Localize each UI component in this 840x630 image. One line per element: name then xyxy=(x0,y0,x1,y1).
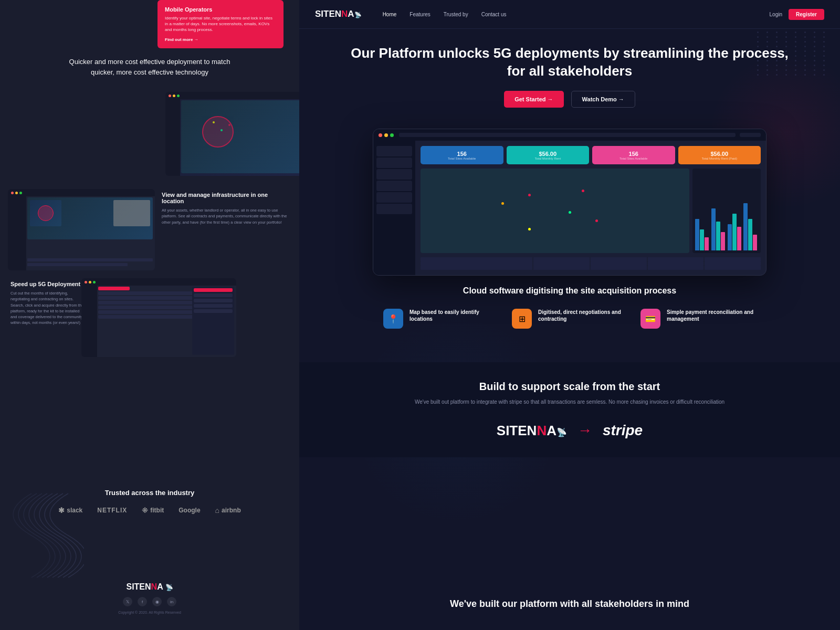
section2-screenshot xyxy=(8,189,155,270)
watch-demo-button[interactable]: Watch Demo → xyxy=(571,91,635,108)
section3-screenshot xyxy=(81,278,236,357)
mobile-card-body: Identify your optimal site, negotiate te… xyxy=(165,15,276,33)
dash-sidebar-item xyxy=(376,146,412,156)
feature-payment-icon: 💳 xyxy=(640,309,660,329)
stat-total-sites: 156 Total Sites Available xyxy=(421,146,503,164)
dashboard-laptop-frame: 156 Total Sites Available $56.00 Total M… xyxy=(373,129,766,276)
map-dot xyxy=(595,219,598,222)
dash-sidebar-item xyxy=(376,158,412,168)
stat-paid: $56.00 Total Monthly Rent (Paid) xyxy=(678,146,761,164)
feature-negotiations-icon: ⊞ xyxy=(512,309,532,329)
feature-map-icon: 📍 xyxy=(383,309,403,329)
features-row: 📍 Map based to easily identify locations… xyxy=(315,309,824,329)
map-dot xyxy=(528,194,531,196)
chart-bar xyxy=(743,203,748,250)
feature-map-title: Map based to easily identify locations xyxy=(410,309,499,322)
get-started-button[interactable]: Get Started → xyxy=(504,91,563,108)
section2-text: View and manage infrastructure in one lo… xyxy=(162,192,288,225)
chart-bar-group xyxy=(743,203,758,250)
feature-map: 📍 Map based to easily identify locations xyxy=(383,309,499,329)
dash-table-row xyxy=(421,261,761,266)
mobile-card-link[interactable]: Find out more → xyxy=(165,37,276,42)
chart-bar-group xyxy=(728,214,742,250)
social-facebook[interactable]: f xyxy=(138,597,147,606)
map-dot xyxy=(528,228,531,230)
register-button[interactable]: Register xyxy=(789,9,824,20)
chart-bar xyxy=(748,219,752,250)
dash-sidebar-item xyxy=(376,181,412,191)
feature-payment-title: Simple payment reconciliation and manage… xyxy=(667,309,756,322)
section-reduces: Reduces cost of acquiring telecom sites … xyxy=(0,92,299,189)
navbar: SITENNA📡 Home Features Trusted by Contac… xyxy=(299,0,840,29)
dash-table-row xyxy=(421,266,761,270)
dash-sidebar-item xyxy=(376,204,412,214)
dash-chart xyxy=(692,169,761,253)
scale-description: We've built out platform to integrate wi… xyxy=(315,398,824,406)
chart-bar xyxy=(737,227,741,250)
dash-map-row xyxy=(421,169,761,253)
social-instagram[interactable]: ◉ xyxy=(152,597,162,606)
nav-contact[interactable]: Contact us xyxy=(481,12,507,17)
stat-sites-count: 156 Total Sites Available xyxy=(592,146,675,164)
feature-negotiations: ⊞ Digitised, direct negotiations and con… xyxy=(512,309,627,329)
logo-airbnb: ⌂ airbnb xyxy=(215,506,241,514)
mobile-card-title: Mobile Operators xyxy=(165,6,276,13)
chart-bar xyxy=(711,208,716,250)
nav-trusted[interactable]: Trusted by xyxy=(444,12,468,17)
feature-negotiations-title: Digitised, direct negotiations and contr… xyxy=(538,309,627,322)
chart-bar xyxy=(700,229,704,250)
map-dot xyxy=(569,211,571,214)
dash-table-row xyxy=(421,257,761,261)
quicker-text: Quicker and more cost effective deployme… xyxy=(60,57,239,77)
feature-negotiations-text: Digitised, direct negotiations and contr… xyxy=(538,309,627,324)
footer-copyright: Copyright © 2020. All Rights Reserved xyxy=(0,611,299,614)
map-dot xyxy=(582,190,584,192)
section3-title: Speed up 5G Deployment xyxy=(10,281,84,287)
section3-text: Speed up 5G Deployment Cut out the month… xyxy=(10,281,84,326)
social-linkedin[interactable]: in xyxy=(167,597,176,606)
nav-links: Home Features Trusted by Contact us xyxy=(383,12,770,17)
nav-actions: Login Register xyxy=(770,9,824,20)
chart-bar xyxy=(732,214,737,250)
section1-screenshot xyxy=(165,92,299,176)
dash-main: 156 Total Sites Available $56.00 Total M… xyxy=(415,141,766,275)
hero-buttons: Get Started → Watch Demo → xyxy=(504,91,635,108)
chart-bar xyxy=(753,235,757,250)
map-dot xyxy=(501,202,504,205)
stakeholders-section: We've built our platform with all stakeh… xyxy=(299,588,840,630)
stakeholders-title: We've built our platform with all stakeh… xyxy=(450,598,689,610)
dash-sidebar-item xyxy=(376,169,412,180)
nav-brand: SITENNA📡 xyxy=(315,9,362,19)
nav-features[interactable]: Features xyxy=(410,12,430,17)
dash-content: 156 Total Sites Available $56.00 Total M… xyxy=(373,141,766,275)
section2-body: All your assets, whether landlord or ope… xyxy=(162,207,288,225)
dash-sidebar-item xyxy=(376,192,412,203)
cloud-section: Cloud software digitising the site acqui… xyxy=(299,286,840,329)
hero-section: Our Platform unlocks 5G deployments by s… xyxy=(299,29,840,123)
feature-payment: 💳 Simple payment reconciliation and mana… xyxy=(640,309,756,329)
logo-fitbit: ⁜ fitbit xyxy=(142,506,164,514)
arrow-right-icon: → xyxy=(578,422,592,439)
section3-body: Cut out the months of identifying, negot… xyxy=(10,290,84,326)
nav-home[interactable]: Home xyxy=(383,12,397,17)
mobile-operators-card: Mobile Operators Identify your optimal s… xyxy=(158,0,284,48)
map-dots xyxy=(421,169,689,253)
dash-stats-row: 156 Total Sites Available $56.00 Total M… xyxy=(421,146,761,164)
hero-title: Our Platform unlocks 5G deployments by s… xyxy=(341,45,798,80)
chart-bar xyxy=(705,237,709,250)
logo-google: Google xyxy=(178,507,200,514)
section-speed: Speed up 5G Deployment Cut out the month… xyxy=(0,278,299,362)
stat-monthly-rent: $56.00 Total Monthly Rent xyxy=(507,146,590,164)
scale-section: Build to support scale from the start We… xyxy=(299,362,840,457)
feature-payment-text: Simple payment reconciliation and manage… xyxy=(667,309,756,324)
footer-social[interactable]: 𝕏 f ◉ in xyxy=(0,597,299,606)
scale-title: Build to support scale from the start xyxy=(315,381,824,393)
login-button[interactable]: Login xyxy=(770,12,782,17)
right-panel: const dg = document.querySelector('.dot-… xyxy=(299,0,840,630)
chart-bar xyxy=(728,224,732,250)
dash-dot-red xyxy=(379,133,382,137)
chart-bar-group xyxy=(711,208,726,250)
dash-sidebar xyxy=(373,141,415,275)
social-twitter[interactable]: 𝕏 xyxy=(123,597,132,606)
scale-logos: SITENNA📡 → stripe xyxy=(315,422,824,439)
